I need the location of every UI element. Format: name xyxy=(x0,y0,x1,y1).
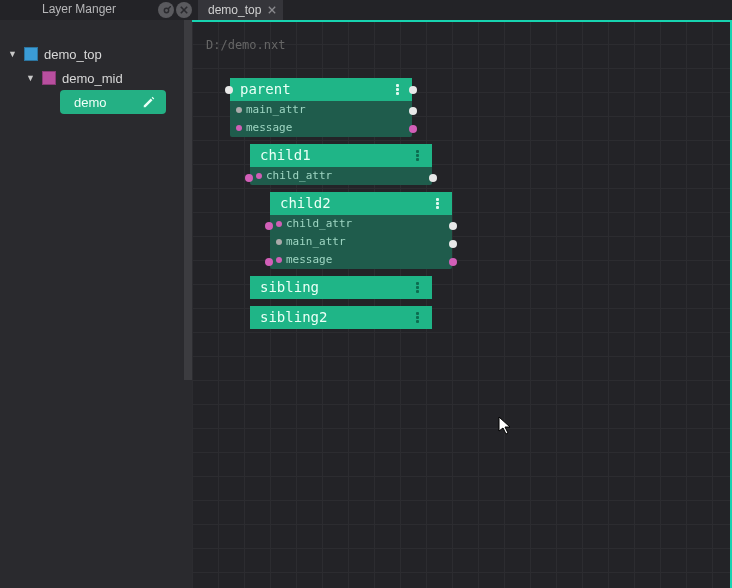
node-attr[interactable]: main_attr xyxy=(270,233,452,251)
collapse-icon[interactable]: ▼ xyxy=(26,73,36,83)
svg-line-1 xyxy=(168,6,171,9)
node-title[interactable]: parent xyxy=(230,78,412,101)
node-sibling2[interactable]: sibling2 xyxy=(250,306,432,329)
node-title[interactable]: sibling2 xyxy=(250,306,432,329)
layer-tree: ▼ demo_top ▼ demo_mid demo xyxy=(0,20,192,122)
top-bar: Layer Manger demo_top xyxy=(0,0,732,20)
node-attr[interactable]: message xyxy=(270,251,452,269)
node-attr[interactable]: message xyxy=(230,119,412,137)
tab-label: demo_top xyxy=(208,0,261,20)
node-child2[interactable]: child2 child_attr main_attr message xyxy=(270,192,452,269)
pencil-icon[interactable] xyxy=(140,93,158,111)
node-title[interactable]: child2 xyxy=(270,192,452,215)
panel-undock-button[interactable] xyxy=(158,2,174,18)
scrollbar-thumb[interactable] xyxy=(184,20,192,380)
exec-in-port[interactable] xyxy=(225,86,233,94)
attr-out-port[interactable] xyxy=(429,174,437,182)
layer-color-swatch xyxy=(42,71,56,85)
node-title[interactable]: sibling xyxy=(250,276,432,299)
node-sibling[interactable]: sibling xyxy=(250,276,432,299)
tab-close-icon[interactable] xyxy=(265,3,279,17)
attr-out-port[interactable] xyxy=(409,107,417,115)
tree-label: demo_top xyxy=(44,47,102,62)
layer-manager-panel: ▼ demo_top ▼ demo_mid demo xyxy=(0,20,192,588)
tree-label: demo_mid xyxy=(62,71,123,86)
node-child1[interactable]: child1 child_attr xyxy=(250,144,432,185)
svg-point-0 xyxy=(164,8,168,12)
panel-controls xyxy=(158,2,192,18)
drag-handle-icon[interactable] xyxy=(412,150,422,161)
layer-color-swatch xyxy=(24,47,38,61)
drag-handle-icon[interactable] xyxy=(412,282,422,293)
node-attr[interactable]: child_attr xyxy=(250,167,432,185)
collapse-icon[interactable]: ▼ xyxy=(8,49,18,59)
panel-close-button[interactable] xyxy=(176,2,192,18)
attr-out-port[interactable] xyxy=(449,258,457,266)
drag-handle-icon[interactable] xyxy=(412,312,422,323)
file-path-label: D:/demo.nxt xyxy=(206,38,285,52)
tree-item-demo[interactable]: demo xyxy=(8,90,184,114)
active-layer-pill[interactable]: demo xyxy=(60,90,166,114)
attr-out-port[interactable] xyxy=(449,240,457,248)
attr-out-port[interactable] xyxy=(449,222,457,230)
horizontal-ruler xyxy=(192,20,732,22)
attr-out-port[interactable] xyxy=(409,125,417,133)
exec-out-port[interactable] xyxy=(409,86,417,94)
tree-item-demo-top[interactable]: ▼ demo_top xyxy=(8,42,184,66)
panel-title: Layer Manger xyxy=(42,2,116,16)
node-title[interactable]: child1 xyxy=(250,144,432,167)
drag-handle-icon[interactable] xyxy=(392,84,402,95)
tree-item-demo-mid[interactable]: ▼ demo_mid xyxy=(8,66,184,90)
layer-pill-label: demo xyxy=(74,95,107,110)
node-attr[interactable]: main_attr xyxy=(230,101,412,119)
drag-handle-icon[interactable] xyxy=(432,198,442,209)
graph-canvas[interactable]: D:/demo.nxt parent main_attr message chi… xyxy=(192,20,732,588)
node-attr[interactable]: child_attr xyxy=(270,215,452,233)
side-scrollbar[interactable] xyxy=(184,20,192,588)
file-tab[interactable]: demo_top xyxy=(198,0,283,20)
node-parent[interactable]: parent main_attr message xyxy=(230,78,412,137)
